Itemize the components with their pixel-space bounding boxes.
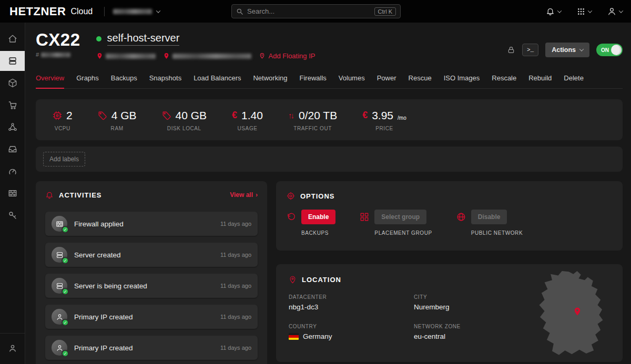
activity-time: 11 days ago	[220, 314, 251, 320]
germany-silhouette	[527, 269, 615, 359]
sidebar-item-networks[interactable]	[0, 116, 25, 138]
chevron-down-icon	[588, 8, 592, 13]
map-marker-icon	[573, 307, 582, 316]
up-down-arrows-icon: ↑↓	[288, 111, 294, 120]
notifications-menu[interactable]	[546, 7, 561, 16]
activity-row[interactable]: ✓ Server is being created 11 days ago	[45, 274, 258, 298]
topbar-divider	[104, 7, 105, 16]
add-floating-ip-link[interactable]: Add Floating IP	[259, 52, 316, 60]
tray-icon	[8, 144, 17, 154]
sidebar-item-firewalls[interactable]	[0, 182, 25, 204]
search-input[interactable]	[247, 7, 371, 15]
stat-label: TRAFFIC OUT	[293, 126, 332, 131]
activity-row[interactable]: ✓ Firewall applied 11 days ago	[45, 212, 258, 236]
tab-power[interactable]: Power	[377, 74, 396, 88]
product-name: Cloud	[70, 7, 93, 16]
tab-firewalls[interactable]: Firewalls	[300, 74, 327, 88]
power-toggle[interactable]: ON	[596, 44, 623, 56]
option-placement-group: Select group PLACEMENT GROUP	[360, 210, 432, 236]
placement-grid-icon	[360, 212, 369, 222]
activities-title: ACTIVITIES	[59, 191, 102, 199]
lock-icon[interactable]	[507, 46, 515, 54]
euro-icon: €	[362, 110, 368, 121]
apps-menu[interactable]	[577, 7, 592, 16]
view-all-link[interactable]: View all ›	[230, 191, 258, 199]
bell-icon	[45, 191, 54, 199]
search-bar[interactable]: Ctrl K	[231, 4, 401, 18]
tab-graphs[interactable]: Graphs	[76, 74, 99, 88]
console-button[interactable]: >_	[522, 44, 538, 56]
main-content: CX22 # self-host-server	[25, 23, 631, 364]
tab-rescale[interactable]: Rescale	[492, 74, 516, 88]
activity-row[interactable]: ✓ Primary IP created 11 days ago	[45, 336, 258, 360]
stat-value: 3.95	[372, 109, 393, 122]
field-value: nbg1-dc3	[289, 303, 414, 311]
toggle-knob	[611, 45, 622, 55]
tab-networking[interactable]: Networking	[253, 74, 287, 88]
tab-snapshots[interactable]: Snapshots	[149, 74, 181, 88]
ipv6-redacted	[172, 54, 251, 59]
activity-time: 11 days ago	[220, 345, 251, 351]
tab-rescue[interactable]: Rescue	[409, 74, 432, 88]
topbar: HETZNER Cloud Ctrl K	[0, 0, 631, 23]
project-selector[interactable]	[113, 9, 160, 14]
chevron-down-icon	[557, 8, 562, 13]
tab-load-balancers[interactable]: Load Balancers	[194, 74, 241, 88]
account-menu[interactable]	[607, 7, 623, 16]
sidebar-item-load-balancers[interactable]	[0, 94, 25, 116]
options-card: OPTIONS Enable BACKUPS	[276, 181, 623, 251]
stat-vcpu: 2 VCPU	[53, 109, 73, 131]
search-shortcut: Ctrl K	[374, 7, 396, 16]
history-icon	[287, 212, 296, 222]
tab-iso-images[interactable]: ISO Images	[444, 74, 480, 88]
sidebar-bottom	[0, 333, 25, 364]
tab-backups[interactable]: Backups	[111, 74, 137, 88]
tab-delete[interactable]: Delete	[564, 74, 584, 88]
sidebar-item-metrics[interactable]	[0, 160, 25, 182]
activity-label: Primary IP created	[74, 344, 133, 352]
stat-traffic: ↑↓ 0/20 TB TRAFFIC OUT	[288, 109, 337, 131]
server-name[interactable]: self-host-server	[107, 32, 180, 46]
activity-label: Server is being created	[74, 282, 147, 290]
add-floating-ip-label: Add Floating IP	[269, 52, 316, 60]
stat-label: DISK LOCAL	[167, 126, 201, 131]
user-icon	[607, 7, 616, 16]
chevron-down-icon	[579, 47, 584, 51]
actions-button[interactable]: Actions	[545, 43, 589, 57]
location-pin-icon	[163, 53, 170, 59]
stat-label: USAGE	[238, 126, 258, 131]
activity-row[interactable]: ✓ Primary IP created 11 days ago	[45, 305, 258, 329]
tab-volumes[interactable]: Volumes	[339, 74, 365, 88]
target-icon	[287, 192, 295, 200]
activity-avatar: ✓	[52, 340, 67, 356]
sidebar-item-volumes[interactable]	[0, 72, 25, 94]
activity-row[interactable]: ✓ Server created 11 days ago	[45, 243, 258, 267]
tab-overview[interactable]: Overview	[36, 74, 64, 89]
server-icon	[8, 56, 17, 66]
topbar-actions	[546, 7, 623, 16]
activity-avatar: ✓	[52, 216, 67, 232]
globe-icon	[456, 212, 466, 222]
stat-label: VCPU	[55, 126, 70, 131]
server-header: CX22 # self-host-server	[36, 31, 623, 64]
field-label: NETWORK ZONE	[414, 324, 539, 329]
tab-rebuild[interactable]: Rebuild	[528, 74, 552, 88]
euro-icon: €	[232, 110, 237, 121]
server-type: CX22	[36, 31, 80, 48]
network-nodes-icon	[8, 122, 17, 132]
enable-backups-button[interactable]: Enable	[301, 210, 335, 224]
option-backups: Enable BACKUPS	[287, 210, 335, 236]
sidebar-item-security[interactable]	[0, 204, 25, 226]
sidebar-item-floating-ips[interactable]	[0, 138, 25, 160]
power-toggle-label: ON	[601, 47, 609, 53]
sidebar-item-usage[interactable]	[0, 337, 25, 359]
status-dot	[96, 36, 101, 41]
gauge-icon	[8, 167, 17, 176]
sidebar-item-home[interactable]	[0, 28, 25, 50]
sidebar-item-servers[interactable]	[0, 51, 25, 71]
server-id-prefix: #	[36, 51, 39, 58]
disable-public-network-button: Disable	[471, 210, 507, 224]
hetzner-logo[interactable]: HETZNER	[9, 5, 66, 18]
add-labels-button[interactable]: Add labels	[43, 152, 85, 167]
server-type-block: CX22 #	[36, 31, 80, 58]
